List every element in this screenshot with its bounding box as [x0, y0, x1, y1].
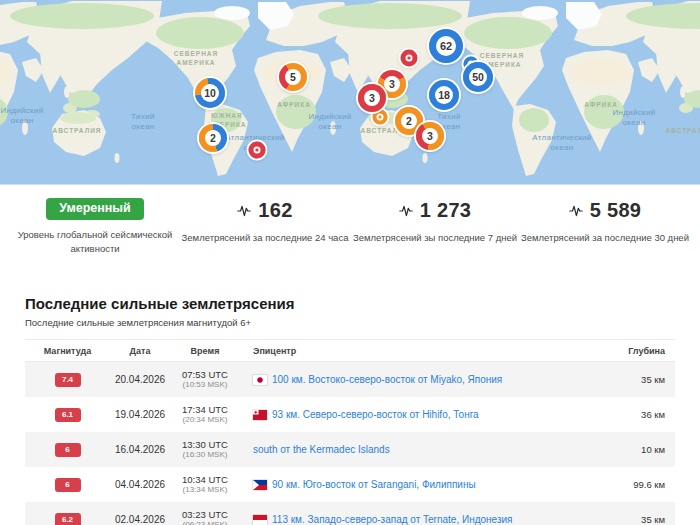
earthquake-cluster-marker[interactable]: 18 [429, 80, 459, 110]
marker-center: 3 [364, 90, 380, 106]
map-landmass [0, 0, 700, 184]
marker-center: 18 [435, 86, 453, 104]
marker-center: 10 [201, 84, 219, 102]
earthquake-marker[interactable] [249, 142, 266, 159]
stat-counter: 5 589 Землетрясений за последние 30 дней [520, 198, 690, 246]
magnitude-badge: 6.2 [55, 513, 81, 525]
activity-level-label: Уровень глобальной сейсмической активнос… [11, 228, 179, 257]
quake-time-utc: 10:34 UTC [170, 474, 240, 485]
table-row: 6 04.04.2026 10:34 UTC (13:34 MSK) 90 км… [25, 467, 675, 502]
marker-center: 2 [205, 130, 221, 146]
earthquake-cluster-marker[interactable]: 50 [463, 62, 493, 92]
earthquake-marker[interactable] [373, 110, 388, 125]
region-label: АФРИКА [584, 100, 618, 109]
earthquake-marker[interactable] [401, 50, 418, 67]
table-row: 6.1 19.04.2026 17:34 UTC (20:34 MSK) 93 … [25, 397, 675, 432]
stat-counter-value: 1 273 [420, 199, 472, 222]
flag-tonga-icon [253, 410, 267, 420]
col-header-time: Время [170, 346, 240, 356]
ocean-label: Индийский океан [309, 112, 352, 133]
quake-time: 07:53 UTC (10:53 MSK) [170, 369, 240, 391]
region-label: АВСТРАЛИЯ [665, 126, 700, 135]
quake-time-utc: 13:30 UTC [170, 439, 240, 450]
earthquake-cluster-marker[interactable]: 10 [195, 78, 225, 108]
quake-date: 20.04.2026 [110, 374, 170, 385]
ocean-label: Индийский океан [613, 108, 656, 129]
epicenter-link[interactable]: 100 км. Востоко-северо-восток от Miyako,… [272, 374, 502, 385]
marker-center: 3 [422, 128, 438, 144]
marker-center: 62 [436, 36, 456, 56]
seismograph-icon [399, 204, 413, 218]
region-label: АВСТРАЛИЯ [52, 126, 101, 135]
quake-time-utc: 07:53 UTC [170, 369, 240, 380]
region-label: АФРИКА [277, 100, 311, 109]
earthquake-cluster-marker[interactable]: 2 [199, 124, 227, 152]
quake-date: 19.04.2026 [110, 409, 170, 420]
earthquake-cluster-marker[interactable]: 3 [358, 84, 386, 112]
magnitude-badge: 6 [55, 443, 81, 457]
epicenter-link[interactable]: south от the Kermadec Islands [253, 444, 390, 455]
stat-counter: 162 Землетрясений за последние 24 часа [180, 198, 350, 246]
quake-time: 13:30 UTC (16:30 MSK) [170, 439, 240, 461]
stat-counter-label: Землетрясений зы последние 7 дней [351, 231, 519, 246]
quake-time: 17:34 UTC (20:34 MSK) [170, 404, 240, 426]
flag-japan-icon [253, 375, 267, 385]
quake-time: 10:34 UTC (13:34 MSK) [170, 474, 240, 496]
magnitude-badge: 7.4 [55, 373, 81, 387]
magnitude-badge: 6 [55, 478, 81, 492]
stat-counter-label: Землетрясений за последние 30 дней [521, 231, 689, 246]
quake-depth: 10 км [585, 444, 675, 455]
stat-counter-label: Землетрясений за последние 24 часа [181, 231, 349, 246]
quake-depth: 99.6 км [585, 479, 675, 490]
quake-depth: 35 км [585, 514, 675, 525]
quake-date: 04.04.2026 [110, 479, 170, 490]
quake-time-msk: (13:34 MSK) [170, 485, 240, 495]
earthquake-cluster-marker[interactable]: 62 [429, 29, 463, 63]
quake-time-msk: (06:23 MSK) [170, 520, 240, 525]
marker-center [254, 147, 261, 154]
marker-center: 2 [401, 113, 417, 129]
seismograph-icon [569, 204, 583, 218]
col-header-depth: Глубина [585, 346, 675, 356]
col-header-magnitude: Магнитуда [25, 346, 110, 356]
table-header-row: Магнитуда Дата Время Эпицентр Глубина [25, 339, 675, 362]
seismic-monitor-page: { "colors": { "blue": "#2E7FD9", "orange… [0, 0, 700, 525]
quake-time-msk: (20:34 MSK) [170, 415, 240, 425]
quake-time-msk: (10:53 MSK) [170, 380, 240, 390]
ocean-label: Тихий океан [131, 112, 154, 133]
col-header-date: Дата [110, 346, 170, 356]
col-header-epicenter: Эпицентр [240, 346, 585, 356]
quake-depth: 36 км [585, 409, 675, 420]
epicenter-link[interactable]: 90 км. Юго-восток от Sarangani, Филиппин… [272, 479, 476, 490]
table-row: 7.4 20.04.2026 07:53 UTC (10:53 MSK) 100… [25, 362, 675, 397]
marker-dot [408, 57, 411, 60]
quake-date: 02.04.2026 [110, 514, 170, 525]
marker-center: 50 [469, 68, 487, 86]
seismograph-icon [237, 204, 251, 218]
stats-bar: Умеренный Уровень глобальной сейсмическо… [0, 185, 700, 280]
marker-center [377, 114, 384, 121]
page-subtitle: Последние сильные землетрясения магнитуд… [25, 317, 675, 328]
world-seismic-map[interactable]: Индийский океанТихий океанАтлантический … [0, 0, 700, 185]
table-row: 6.2 02.04.2026 03:23 UTC (06:23 MSK) 113… [25, 502, 675, 525]
epicenter-link[interactable]: 93 км. Северо-северо-восток от Hihifo, Т… [272, 409, 479, 420]
marker-center: 3 [384, 76, 400, 92]
table-row: 6 16.04.2026 13:30 UTC (16:30 MSK) south… [25, 432, 675, 467]
marker-dot [379, 116, 382, 119]
quake-time-msk: (16:30 MSK) [170, 450, 240, 460]
marker-center [406, 55, 413, 62]
flag-philippines-icon [253, 480, 267, 490]
quake-date: 16.04.2026 [110, 444, 170, 455]
earthquake-cluster-marker[interactable]: 5 [279, 63, 307, 91]
magnitude-badge: 6.1 [55, 408, 81, 422]
ocean-label: Атлантический океан [532, 133, 591, 154]
quake-time-utc: 17:34 UTC [170, 404, 240, 415]
stat-counter: 1 273 Землетрясений зы последние 7 дней [350, 198, 520, 246]
stat-counter-value: 5 589 [590, 199, 642, 222]
earthquake-cluster-marker[interactable]: 3 [416, 122, 444, 150]
epicenter-link[interactable]: 113 км. Западо-северо-запад от Ternate, … [272, 514, 513, 525]
region-label: СЕВЕРНАЯ АМЕРИКА [174, 49, 218, 67]
quake-time-utc: 03:23 UTC [170, 509, 240, 520]
quake-depth: 35 км [585, 374, 675, 385]
earthquakes-table: Магнитуда Дата Время Эпицентр Глубина 7.… [25, 339, 675, 525]
